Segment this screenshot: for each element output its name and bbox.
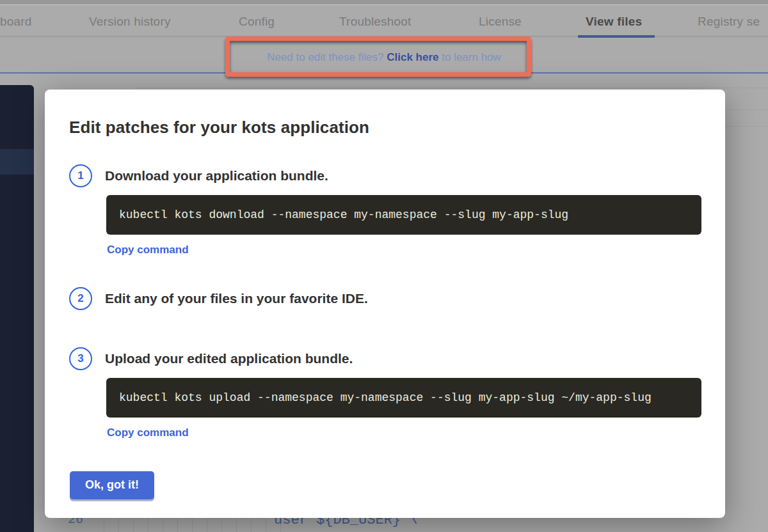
- step-1-number-badge: 1: [69, 164, 92, 187]
- tab-registry-settings[interactable]: Registry se: [698, 15, 760, 29]
- app-navbar: board Version history Config Troubleshoo…: [0, 6, 768, 37]
- step-2-number-badge: 2: [69, 287, 92, 310]
- step-3-label: Upload your edited application bundle.: [105, 351, 353, 366]
- kots-admin-screen: board Version history Config Troubleshoo…: [0, 0, 768, 532]
- tab-view-files[interactable]: View files: [586, 15, 642, 29]
- tab-troubleshoot[interactable]: Troubleshoot: [339, 15, 412, 29]
- tab-config[interactable]: Config: [239, 15, 275, 29]
- upload-command-text: kubectl kots upload --namespace my-names…: [119, 391, 652, 404]
- tab-version-history[interactable]: Version history: [89, 15, 171, 29]
- banner-prefix: Need to edit these files?: [267, 51, 387, 63]
- download-command-block: kubectl kots download --namespace my-nam…: [106, 195, 701, 235]
- step-1-label: Download your application bundle.: [105, 168, 328, 184]
- ok-got-it-button[interactable]: Ok, got it!: [70, 471, 154, 499]
- content-divider-line: [134, 88, 768, 88]
- copy-upload-command-link[interactable]: Copy command: [107, 426, 189, 439]
- step-3-number-badge: 3: [69, 347, 92, 370]
- file-tree-selected-item[interactable]: [0, 149, 34, 175]
- step-2-label: Edit any of your files in your favorite …: [105, 291, 368, 306]
- tab-license[interactable]: License: [479, 15, 522, 29]
- upload-command-block: kubectl kots upload --namespace my-names…: [106, 378, 701, 418]
- step-3-row: 3 Upload your edited application bundle.: [69, 347, 701, 370]
- window-chrome-strip: [0, 0, 768, 5]
- modal-title: Edit patches for your kots application: [69, 118, 701, 137]
- step-1-row: 1 Download your application bundle.: [69, 164, 701, 187]
- banner-suffix: to learn how: [439, 51, 501, 63]
- step-2-row: 2 Edit any of your files in your favorit…: [69, 287, 701, 310]
- tab-dashboard[interactable]: board: [0, 15, 32, 29]
- edit-patches-modal: Edit patches for your kots application 1…: [45, 90, 725, 518]
- download-command-text: kubectl kots download --namespace my-nam…: [119, 208, 568, 221]
- banner-text: Need to edit these files? Click here to …: [0, 51, 768, 64]
- copy-download-command-link[interactable]: Copy command: [107, 244, 189, 256]
- file-tree-sidebar: [0, 85, 34, 532]
- edit-files-banner: Need to edit these files? Click here to …: [0, 37, 768, 74]
- click-here-link[interactable]: Click here: [387, 51, 438, 63]
